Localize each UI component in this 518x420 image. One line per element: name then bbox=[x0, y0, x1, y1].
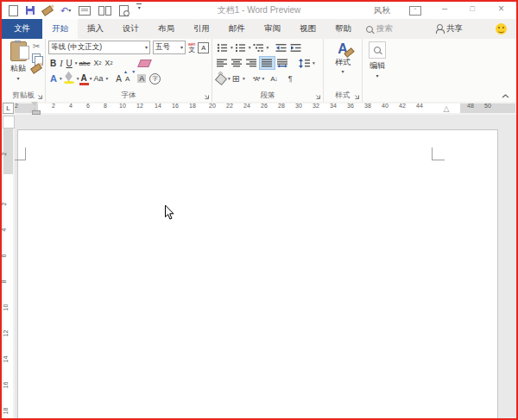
print-preview-button[interactable] bbox=[119, 3, 129, 17]
document-page[interactable] bbox=[17, 129, 498, 418]
styles-dialog-launcher[interactable] bbox=[354, 94, 360, 100]
superscript-button[interactable]: X2 bbox=[104, 57, 115, 70]
justify-button[interactable] bbox=[259, 56, 275, 70]
align-center-button[interactable] bbox=[230, 57, 244, 70]
maximize-button[interactable]: □ bbox=[471, 4, 475, 13]
h-ruler-number: 8 bbox=[104, 103, 107, 109]
italic-button[interactable]: I bbox=[58, 57, 64, 70]
h-ruler-number: 28 bbox=[278, 103, 285, 109]
asian-layout-button[interactable]: *A* bbox=[251, 72, 262, 85]
tab-review[interactable]: 审阅 bbox=[255, 19, 290, 39]
subscript-button[interactable]: X2 bbox=[92, 57, 103, 70]
clipboard-dialog-launcher[interactable] bbox=[37, 94, 43, 100]
minimize-button[interactable]: – bbox=[442, 3, 447, 13]
margin-crop-mark-left bbox=[13, 147, 26, 160]
distribute-text-button[interactable] bbox=[275, 57, 290, 70]
tab-design[interactable]: 设计 bbox=[113, 19, 148, 39]
asian-layout-arrow[interactable]: ▾ bbox=[262, 76, 265, 81]
line-spacing-button[interactable] bbox=[297, 57, 312, 70]
tab-view[interactable]: 视图 bbox=[290, 19, 325, 39]
user-name[interactable]: 风秋 bbox=[374, 5, 390, 16]
undo-dropdown-arrow[interactable]: ▾ bbox=[68, 8, 71, 13]
cut-icon[interactable]: ✂ bbox=[33, 41, 40, 51]
strikethrough-button[interactable]: abc bbox=[78, 57, 92, 70]
person-icon bbox=[437, 24, 443, 30]
increase-indent-button[interactable] bbox=[288, 41, 303, 54]
format-painter-qat-button[interactable] bbox=[42, 3, 53, 17]
tab-help[interactable]: 帮助 bbox=[325, 19, 361, 39]
change-case-button[interactable]: Aa bbox=[92, 72, 104, 85]
paste-button[interactable]: 粘贴 ▾ bbox=[5, 41, 31, 81]
save-icon bbox=[26, 6, 35, 15]
right-indent-marker[interactable]: △ bbox=[444, 104, 450, 114]
underline-button[interactable]: U bbox=[65, 57, 74, 70]
decrease-indent-button[interactable] bbox=[274, 41, 288, 54]
indent-markers[interactable] bbox=[31, 102, 39, 115]
first-line-indent-marker[interactable] bbox=[31, 102, 38, 106]
font-size-combobox[interactable]: 五号 ▾ bbox=[153, 41, 186, 54]
format-painter-ribbon-icon[interactable] bbox=[30, 63, 42, 74]
h-ruler-number: 6 bbox=[86, 103, 90, 109]
paragraph-dialog-launcher[interactable] bbox=[315, 94, 321, 100]
copy-icon[interactable] bbox=[32, 53, 41, 63]
tab-insert[interactable]: 插入 bbox=[78, 19, 113, 39]
tab-mailings[interactable]: 邮件 bbox=[219, 19, 255, 39]
save-button[interactable] bbox=[26, 3, 35, 17]
line-spacing-arrow[interactable]: ▾ bbox=[313, 60, 315, 66]
shrink-font-button[interactable]: A▼ bbox=[123, 72, 131, 85]
borders-arrow[interactable]: ▾ bbox=[243, 76, 245, 81]
font-color-button[interactable]: A bbox=[79, 72, 88, 85]
styles-button[interactable]: A 样式 ▾ bbox=[324, 41, 362, 74]
print-layout-button[interactable] bbox=[79, 3, 91, 17]
character-shading-button[interactable]: A bbox=[136, 72, 148, 85]
tab-references[interactable]: 引用 bbox=[184, 19, 219, 39]
bullets-button[interactable] bbox=[215, 41, 230, 54]
text-effects-button[interactable]: A bbox=[48, 72, 59, 85]
numbering-button[interactable] bbox=[233, 41, 248, 54]
multipage-view-button[interactable] bbox=[98, 3, 111, 17]
show-hide-marks-button[interactable]: ¶ bbox=[287, 72, 294, 85]
h-ruler-number: 48 bbox=[467, 103, 474, 109]
borders-button[interactable]: ⊞ bbox=[231, 72, 242, 85]
align-right-button[interactable] bbox=[244, 57, 259, 70]
tab-file[interactable]: 文件 bbox=[2, 19, 42, 39]
shading-button[interactable] bbox=[215, 72, 227, 85]
ribbon-tabs: 开始插入设计布局引用邮件审阅视图帮助 bbox=[42, 19, 361, 39]
editing-dropdown-arrow[interactable]: ▾ bbox=[376, 73, 378, 78]
font-family-combobox[interactable]: 等线 (中文正文) ▾ bbox=[48, 41, 150, 54]
clear-formatting-button[interactable] bbox=[137, 57, 152, 70]
text-highlight-button[interactable] bbox=[62, 72, 76, 85]
multilevel-list-arrow[interactable]: ▾ bbox=[267, 45, 269, 50]
feedback-smiley-icon[interactable] bbox=[496, 23, 507, 34]
search-box[interactable]: 搜索 bbox=[366, 19, 393, 39]
close-button[interactable]: × bbox=[498, 3, 504, 15]
h-ruler-number: 12 bbox=[136, 103, 143, 109]
tab-stop-selector[interactable]: L bbox=[3, 103, 14, 114]
change-case-arrow[interactable]: ▾ bbox=[106, 76, 109, 81]
sort-button[interactable]: A↓ bbox=[268, 72, 279, 85]
new-document-button[interactable] bbox=[9, 3, 18, 17]
collapse-ribbon-button[interactable] bbox=[502, 94, 509, 98]
title-bar: ↶▾ ▾ 文档1 - Word Preview 风秋 ⌃ – □ × bbox=[2, 2, 516, 19]
font-dialog-launcher[interactable] bbox=[204, 94, 210, 100]
enclose-characters-button[interactable]: 字 bbox=[148, 72, 162, 85]
grow-font-button[interactable]: A▲ bbox=[114, 72, 123, 85]
paste-dropdown-arrow[interactable]: ▾ bbox=[16, 76, 19, 81]
tab-home[interactable]: 开始 bbox=[42, 19, 78, 39]
align-center-icon bbox=[231, 59, 243, 67]
customize-qat-button[interactable]: ▾ bbox=[136, 3, 142, 17]
numbering-icon bbox=[235, 43, 246, 53]
phonetic-guide-button[interactable]: wén 文 bbox=[188, 43, 195, 53]
ribbon-display-options-button[interactable]: ⌃ bbox=[409, 6, 421, 16]
paragraph-group-label: 段落 bbox=[212, 91, 323, 101]
styles-dropdown-arrow[interactable]: ▾ bbox=[341, 69, 344, 74]
share-button[interactable]: 共享 bbox=[437, 19, 463, 39]
h-ruler-number: 2 bbox=[15, 103, 18, 109]
editing-button[interactable]: 编辑 ▾ bbox=[364, 41, 390, 78]
bold-button[interactable]: B bbox=[48, 57, 58, 70]
multilevel-list-button[interactable] bbox=[251, 41, 266, 54]
undo-button[interactable]: ↶▾ bbox=[60, 3, 71, 17]
character-border-button[interactable]: A bbox=[198, 42, 209, 53]
align-left-button[interactable] bbox=[215, 57, 230, 70]
tab-layout[interactable]: 布局 bbox=[148, 19, 184, 39]
